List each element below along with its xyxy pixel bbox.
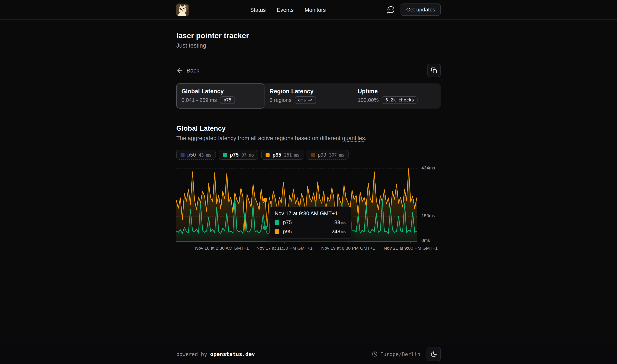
trending-up-icon: [308, 98, 313, 103]
legend-label: p99: [318, 152, 326, 158]
timezone: Europe/Berlin: [372, 351, 420, 357]
p95-swatch: [275, 229, 279, 234]
nav-link-events[interactable]: Events: [277, 7, 293, 13]
p95-swatch: [266, 153, 270, 157]
tab-global-latency[interactable]: Global Latency 0.041 - 259 ms p75: [176, 83, 264, 108]
back-button[interactable]: Back: [176, 67, 199, 74]
page: Status Events Monitors Get updates la: [0, 0, 617, 364]
chart-tooltip: Nov 17 at 9:30 AM GMT+1 p75 83ms p95 248…: [270, 207, 352, 239]
tab-subtitle: 6 regions: [270, 97, 291, 103]
legend-label: p75: [230, 152, 238, 158]
copy-link-button[interactable]: [427, 64, 441, 77]
p99-swatch: [311, 153, 315, 157]
message-bubble-icon: [387, 5, 395, 14]
legend-value: 307 ms: [329, 152, 344, 158]
x-axis-tick: Nov 17 at 11:30 PM GMT+1: [256, 246, 313, 250]
nav-link-status[interactable]: Status: [250, 7, 266, 13]
section-description: The aggregated latency from all active r…: [176, 135, 441, 141]
tab-uptime[interactable]: Uptime 100.00% 6.2k checks: [353, 83, 441, 108]
nav-link-monitors[interactable]: Monitors: [305, 7, 326, 13]
legend-value: 261 ms: [284, 152, 299, 158]
nav-right: Get updates: [387, 3, 441, 16]
tooltip-row-p95: p95 248ms: [275, 228, 346, 234]
legend-value: 97 ms: [241, 152, 254, 158]
toolbar: Back: [176, 64, 441, 77]
cat-logo-image: [176, 3, 189, 16]
legend-pill-p99[interactable]: p99 307 ms: [307, 150, 349, 160]
p75-badge: p75: [220, 96, 235, 104]
legend-label: p50: [187, 152, 196, 158]
page-title: laser pointer tracker: [176, 31, 441, 40]
openstatus-link[interactable]: openstatus.dev: [210, 351, 255, 357]
x-axis-tick: Nov 16 at 2:30 AM GMT+1: [195, 246, 249, 250]
theme-toggle-button[interactable]: [427, 347, 441, 361]
arrow-left-icon: [176, 67, 183, 74]
get-updates-button[interactable]: Get updates: [401, 3, 441, 16]
legend-value: 43 ms: [198, 152, 211, 158]
footer: powered by openstatus.dev Europe/Berlin: [0, 344, 617, 364]
legend-pill-p75[interactable]: p75 97 ms: [219, 150, 258, 160]
feedback-chat-button[interactable]: [387, 5, 395, 14]
y-axis-tick: 434ms: [421, 166, 435, 170]
clock-icon: [372, 351, 377, 357]
legend-label: p95: [273, 152, 281, 158]
p75-swatch: [275, 220, 279, 225]
legend-pill-p50[interactable]: p50 43 ms: [176, 150, 215, 160]
nav-links: Status Events Monitors: [250, 7, 326, 13]
x-axis-tick: Nov 19 at 8:30 PM GMT+1: [321, 246, 375, 250]
main-content: laser pointer tracker Just testing Back …: [0, 20, 617, 344]
legend-pill-p95[interactable]: p95 261 ms: [262, 150, 303, 160]
tab-title: Uptime: [358, 88, 435, 94]
tab-title: Region Latency: [270, 88, 347, 94]
quantile-legend: p50 43 ms p75 97 ms p95 261 ms p99 307 m…: [176, 150, 441, 160]
moon-icon: [430, 351, 437, 357]
section-title: Global Latency: [176, 124, 441, 132]
tab-title: Global Latency: [181, 88, 259, 94]
tooltip-row-p75: p75 83ms: [275, 220, 346, 225]
latency-chart: 434ms 150ms 0ms Nov 17 at 9:30 AM GMT+1 …: [176, 166, 441, 252]
tab-subtitle: 0.041 - 259 ms: [181, 97, 217, 103]
tab-region-latency[interactable]: Region Latency 6 regions ams: [264, 83, 353, 108]
quantiles-link[interactable]: quantiles: [342, 135, 365, 141]
p50-swatch: [181, 153, 184, 157]
region-badge: ams: [294, 96, 316, 104]
tooltip-title: Nov 17 at 9:30 AM GMT+1: [275, 210, 346, 216]
site-logo[interactable]: [176, 3, 189, 16]
back-label: Back: [186, 67, 199, 74]
page-subtitle: Just testing: [176, 42, 441, 49]
copy-icon: [431, 67, 437, 74]
checks-badge: 6.2k checks: [382, 96, 418, 104]
tab-subtitle: 100.00%: [358, 97, 379, 103]
y-axis-tick: 0ms: [421, 238, 430, 243]
x-axis-labels: Nov 16 at 2:30 AM GMT+1 Nov 17 at 11:30 …: [176, 246, 417, 252]
y-axis-tick: 150ms: [421, 213, 435, 218]
top-nav: Status Events Monitors Get updates: [0, 0, 617, 20]
x-axis-tick: Nov 21 at 9:00 PM GMT+1: [384, 246, 438, 250]
metric-tabs: Global Latency 0.041 - 259 ms p75 Region…: [176, 83, 441, 108]
p75-swatch: [223, 153, 227, 157]
powered-by: powered by openstatus.dev: [176, 351, 255, 357]
